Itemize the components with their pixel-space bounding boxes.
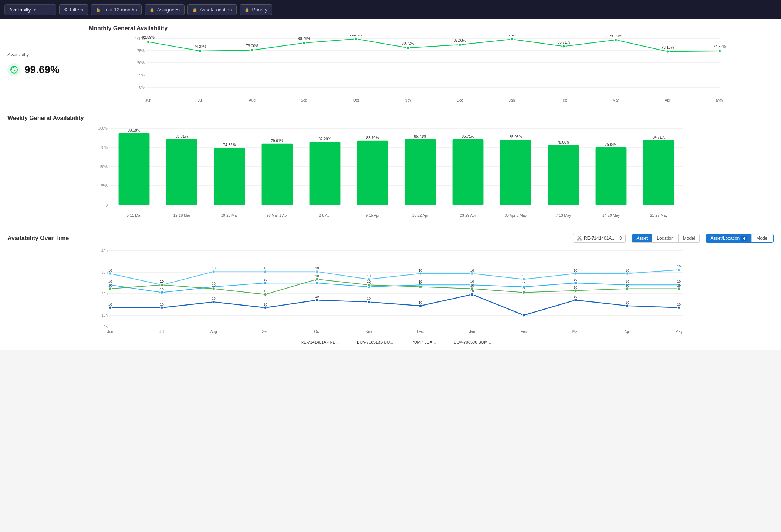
svg-rect-96 — [580, 239, 582, 240]
svg-text:Jan: Jan — [469, 330, 475, 334]
svg-text:16-22 Apr: 16-22 Apr — [412, 214, 429, 218]
svg-point-176 — [574, 289, 577, 292]
model-view-btn[interactable]: Model — [679, 234, 700, 242]
svg-text:78.06%: 78.06% — [557, 140, 570, 144]
asset-view-btn[interactable]: Asset — [632, 234, 652, 242]
kpi-label: Availabilty — [7, 52, 74, 57]
svg-text:10: 10 — [212, 297, 216, 300]
svg-point-126 — [523, 278, 525, 281]
svg-text:10: 10 — [625, 284, 629, 287]
kpi-card: Availabilty 99.69% — [0, 19, 81, 109]
svg-text:Sep: Sep — [301, 98, 307, 102]
model-group-btn[interactable]: Model — [752, 234, 773, 242]
svg-point-30 — [614, 38, 617, 41]
svg-text:85.71%: 85.71% — [176, 134, 188, 139]
filter-icon: ⚙ — [64, 7, 68, 12]
svg-rect-69 — [643, 140, 674, 205]
svg-rect-67 — [548, 145, 579, 205]
legend-label-4: BOV-708596 BOM... — [454, 340, 491, 344]
svg-text:9-15 Apr: 9-15 Apr — [366, 214, 380, 218]
svg-text:75%: 75% — [137, 49, 145, 53]
kpi-value: 99.69% — [24, 64, 60, 76]
calendar-icon: 🔒 — [96, 7, 101, 12]
svg-text:10: 10 — [419, 269, 422, 272]
svg-text:100%: 100% — [98, 126, 108, 130]
svg-rect-59 — [166, 139, 197, 205]
svg-point-178 — [626, 287, 629, 290]
monthly-chart-area: Monthly General Availability 100% 75% 50… — [81, 19, 781, 109]
svg-text:10: 10 — [212, 266, 216, 270]
availability-label: Availabilty — [9, 7, 31, 13]
svg-text:7-13 May: 7-13 May — [556, 214, 571, 218]
svg-text:87.03%: 87.03% — [454, 38, 466, 42]
svg-point-118 — [315, 270, 318, 273]
priority-icon: 🔒 — [244, 7, 250, 12]
svg-text:10: 10 — [625, 280, 629, 283]
availability-overtime-section: Availability Over Time RE-7141401A... +3… — [0, 228, 781, 350]
svg-text:Jun: Jun — [107, 330, 113, 334]
svg-point-160 — [160, 283, 163, 286]
badge: 4 — [741, 236, 747, 241]
svg-text:0h: 0h — [104, 325, 108, 329]
svg-point-196 — [471, 293, 474, 296]
svg-text:75.04%: 75.04% — [605, 143, 618, 147]
svg-text:21-27 May: 21-27 May — [650, 214, 667, 218]
availability-dropdown[interactable]: Availabilty ▼ — [4, 4, 56, 15]
svg-text:Oct: Oct — [353, 98, 359, 102]
kpi-value-row: 99.69% — [7, 63, 74, 76]
svg-point-190 — [315, 299, 318, 301]
legend-item-2: BOV-708513B BO... — [346, 340, 393, 344]
assignees-button[interactable]: 🔒 Assignees — [145, 4, 185, 15]
svg-text:0: 0 — [105, 203, 108, 207]
svg-text:20h: 20h — [101, 292, 108, 296]
svg-point-164 — [264, 293, 267, 296]
svg-point-192 — [367, 300, 370, 303]
svg-point-140 — [264, 282, 267, 284]
svg-text:10: 10 — [574, 269, 577, 272]
svg-text:10: 10 — [625, 269, 629, 272]
svg-text:Apr: Apr — [665, 98, 671, 102]
svg-text:50%: 50% — [100, 165, 108, 169]
legend-line-3 — [401, 342, 410, 342]
priority-button[interactable]: 🔒 Priority — [240, 4, 272, 15]
hierarchy-icon — [577, 236, 582, 241]
svg-rect-62 — [310, 142, 341, 205]
svg-text:5-11 Mar: 5-11 Mar — [126, 214, 142, 218]
chart-legend: RE-7141401A - RE... BOV-708513B BO... PU… — [7, 340, 774, 344]
svg-text:10: 10 — [419, 301, 422, 304]
svg-text:10h: 10h — [101, 313, 108, 317]
svg-text:30 Apr-6 May: 30 Apr-6 May — [505, 214, 527, 218]
asset-filter-chip[interactable]: RE-7141401A... +3 — [573, 234, 626, 243]
svg-point-168 — [367, 283, 370, 286]
asset-location-button[interactable]: 🔒 Asset/Location — [187, 4, 237, 15]
svg-text:10: 10 — [160, 280, 164, 283]
weekly-chart-title: Weekly General Availability — [7, 115, 774, 122]
legend-line-4 — [443, 342, 452, 342]
last12months-button[interactable]: 🔒 Last 12 months — [91, 4, 142, 15]
svg-text:10: 10 — [677, 284, 681, 287]
asset-location-group-btn[interactable]: Asset/Location 4 — [706, 234, 752, 242]
svg-text:10: 10 — [677, 303, 681, 306]
filters-button[interactable]: ⚙ Filters — [59, 4, 88, 15]
svg-point-188 — [264, 306, 267, 309]
svg-text:Mar: Mar — [572, 330, 579, 334]
svg-text:10: 10 — [108, 280, 112, 283]
svg-point-186 — [212, 300, 215, 303]
svg-point-24 — [459, 43, 462, 46]
legend-label-3: PUMP LOA... — [412, 340, 436, 344]
legend-label-2: BOV-708513B BO... — [357, 340, 393, 344]
svg-text:25%: 25% — [137, 73, 145, 77]
svg-text:10: 10 — [263, 278, 267, 282]
svg-text:May: May — [676, 330, 683, 334]
svg-text:10: 10 — [263, 303, 267, 306]
weekly-availability-section: Weekly General Availability 100% 75% 50%… — [0, 109, 781, 228]
svg-point-180 — [677, 287, 680, 290]
svg-text:10: 10 — [470, 284, 474, 287]
legend-item-3: PUMP LOA... — [401, 340, 436, 344]
svg-rect-95 — [577, 239, 579, 240]
svg-text:98.32%: 98.32% — [506, 35, 518, 37]
location-view-btn[interactable]: Location — [652, 234, 678, 242]
svg-point-200 — [574, 299, 577, 301]
svg-rect-58 — [119, 133, 150, 205]
monthly-chart-svg: 100% 75% 50% 25% 0% 92.89%74.32%76.00%90… — [89, 35, 774, 103]
